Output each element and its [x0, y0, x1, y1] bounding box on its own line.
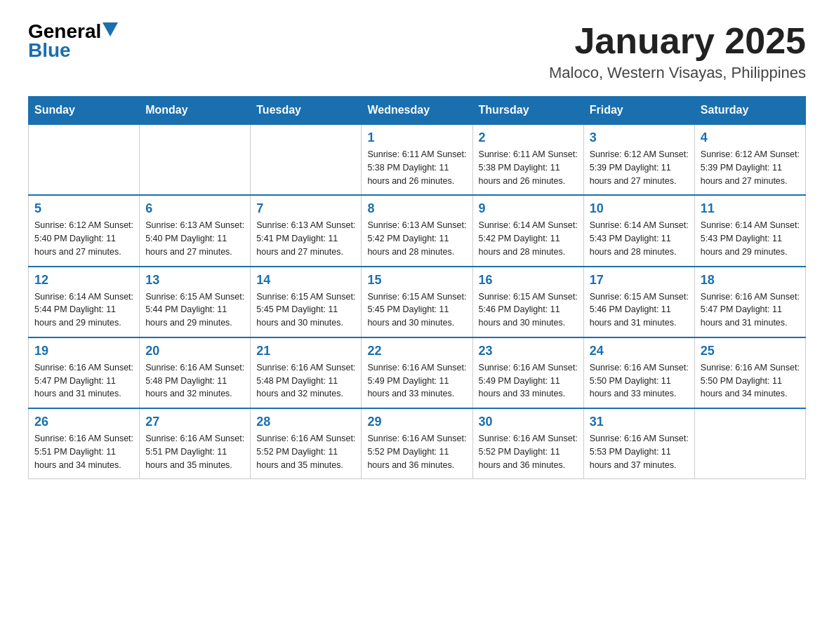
- calendar-cell: [251, 124, 362, 195]
- day-number: 22: [367, 344, 466, 358]
- calendar-cell: 5Sunrise: 6:12 AM Sunset: 5:40 PM Daylig…: [29, 195, 140, 266]
- day-info: Sunrise: 6:11 AM Sunset: 5:38 PM Dayligh…: [479, 148, 578, 187]
- day-info: Sunrise: 6:14 AM Sunset: 5:43 PM Dayligh…: [701, 219, 800, 258]
- day-info: Sunrise: 6:16 AM Sunset: 5:51 PM Dayligh…: [145, 432, 244, 471]
- svg-marker-0: [102, 22, 118, 36]
- title-area: January 2025 Maloco, Western Visayas, Ph…: [549, 21, 806, 82]
- day-number: 26: [34, 415, 133, 429]
- day-info: Sunrise: 6:16 AM Sunset: 5:48 PM Dayligh…: [256, 361, 355, 401]
- day-number: 3: [590, 130, 689, 145]
- day-number: 28: [256, 415, 355, 429]
- weekday-header-row: SundayMondayTuesdayWednesdayThursdayFrid…: [29, 97, 806, 125]
- day-number: 15: [367, 273, 466, 288]
- logo-triangle-icon: [102, 22, 118, 36]
- week-row-1: 1Sunrise: 6:11 AM Sunset: 5:38 PM Daylig…: [29, 124, 806, 195]
- day-info: Sunrise: 6:14 AM Sunset: 5:43 PM Dayligh…: [590, 219, 689, 258]
- day-number: 14: [256, 273, 355, 288]
- calendar-cell: 7Sunrise: 6:13 AM Sunset: 5:41 PM Daylig…: [251, 195, 362, 266]
- week-row-3: 12Sunrise: 6:14 AM Sunset: 5:44 PM Dayli…: [29, 267, 806, 337]
- day-number: 23: [479, 344, 578, 358]
- calendar-cell: 15Sunrise: 6:15 AM Sunset: 5:45 PM Dayli…: [362, 267, 472, 337]
- weekday-header-thursday: Thursday: [472, 97, 583, 125]
- day-number: 13: [145, 273, 244, 288]
- day-info: Sunrise: 6:13 AM Sunset: 5:41 PM Dayligh…: [256, 219, 355, 258]
- day-number: 27: [145, 415, 244, 429]
- calendar-cell: [140, 124, 251, 195]
- day-info: Sunrise: 6:16 AM Sunset: 5:49 PM Dayligh…: [367, 361, 466, 401]
- day-number: 24: [590, 344, 689, 358]
- day-info: Sunrise: 6:16 AM Sunset: 5:52 PM Dayligh…: [367, 432, 466, 471]
- day-info: Sunrise: 6:13 AM Sunset: 5:40 PM Dayligh…: [145, 219, 244, 258]
- calendar-cell: 30Sunrise: 6:16 AM Sunset: 5:52 PM Dayli…: [472, 408, 583, 479]
- day-info: Sunrise: 6:11 AM Sunset: 5:38 PM Dayligh…: [367, 148, 466, 187]
- day-number: 6: [145, 201, 244, 216]
- day-number: 12: [34, 273, 133, 288]
- day-info: Sunrise: 6:16 AM Sunset: 5:50 PM Dayligh…: [701, 361, 800, 401]
- calendar-cell: 21Sunrise: 6:16 AM Sunset: 5:48 PM Dayli…: [251, 337, 362, 408]
- calendar-cell: [29, 124, 140, 195]
- day-number: 2: [479, 130, 578, 145]
- day-info: Sunrise: 6:14 AM Sunset: 5:44 PM Dayligh…: [34, 290, 133, 330]
- weekday-header-friday: Friday: [583, 97, 694, 125]
- calendar-cell: [694, 408, 805, 479]
- calendar-subtitle: Maloco, Western Visayas, Philippines: [549, 64, 806, 82]
- day-info: Sunrise: 6:15 AM Sunset: 5:46 PM Dayligh…: [590, 290, 689, 330]
- week-row-4: 19Sunrise: 6:16 AM Sunset: 5:47 PM Dayli…: [29, 337, 806, 408]
- day-number: 8: [367, 201, 466, 216]
- calendar-cell: 8Sunrise: 6:13 AM Sunset: 5:42 PM Daylig…: [362, 195, 472, 266]
- day-number: 16: [479, 273, 578, 288]
- weekday-header-saturday: Saturday: [694, 97, 805, 125]
- calendar-cell: 25Sunrise: 6:16 AM Sunset: 5:50 PM Dayli…: [694, 337, 805, 408]
- day-number: 4: [701, 130, 800, 145]
- day-number: 9: [479, 201, 578, 216]
- day-info: Sunrise: 6:14 AM Sunset: 5:42 PM Dayligh…: [479, 219, 578, 258]
- calendar-cell: 17Sunrise: 6:15 AM Sunset: 5:46 PM Dayli…: [583, 267, 694, 337]
- day-number: 20: [145, 344, 244, 358]
- day-number: 1: [367, 130, 466, 145]
- day-number: 7: [256, 201, 355, 216]
- calendar-table: SundayMondayTuesdayWednesdayThursdayFrid…: [28, 96, 806, 479]
- calendar-cell: 2Sunrise: 6:11 AM Sunset: 5:38 PM Daylig…: [472, 124, 583, 195]
- calendar-cell: 14Sunrise: 6:15 AM Sunset: 5:45 PM Dayli…: [251, 267, 362, 337]
- calendar-cell: 18Sunrise: 6:16 AM Sunset: 5:47 PM Dayli…: [694, 267, 805, 337]
- day-number: 18: [701, 273, 800, 288]
- weekday-header-tuesday: Tuesday: [251, 97, 362, 125]
- day-info: Sunrise: 6:16 AM Sunset: 5:49 PM Dayligh…: [479, 361, 578, 401]
- calendar-cell: 6Sunrise: 6:13 AM Sunset: 5:40 PM Daylig…: [140, 195, 251, 266]
- day-info: Sunrise: 6:16 AM Sunset: 5:47 PM Dayligh…: [701, 290, 800, 330]
- calendar-cell: 4Sunrise: 6:12 AM Sunset: 5:39 PM Daylig…: [694, 124, 805, 195]
- calendar-cell: 11Sunrise: 6:14 AM Sunset: 5:43 PM Dayli…: [694, 195, 805, 266]
- weekday-header-wednesday: Wednesday: [362, 97, 472, 125]
- day-number: 11: [701, 201, 800, 216]
- day-info: Sunrise: 6:15 AM Sunset: 5:45 PM Dayligh…: [367, 290, 466, 330]
- calendar-cell: 26Sunrise: 6:16 AM Sunset: 5:51 PM Dayli…: [29, 408, 140, 479]
- day-number: 29: [367, 415, 466, 429]
- day-info: Sunrise: 6:12 AM Sunset: 5:39 PM Dayligh…: [701, 148, 800, 187]
- day-info: Sunrise: 6:16 AM Sunset: 5:48 PM Dayligh…: [145, 361, 244, 401]
- day-info: Sunrise: 6:16 AM Sunset: 5:51 PM Dayligh…: [34, 432, 133, 471]
- day-info: Sunrise: 6:16 AM Sunset: 5:52 PM Dayligh…: [256, 432, 355, 471]
- calendar-cell: 27Sunrise: 6:16 AM Sunset: 5:51 PM Dayli…: [140, 408, 251, 479]
- calendar-cell: 23Sunrise: 6:16 AM Sunset: 5:49 PM Dayli…: [472, 337, 583, 408]
- day-info: Sunrise: 6:16 AM Sunset: 5:52 PM Dayligh…: [479, 432, 578, 471]
- day-info: Sunrise: 6:12 AM Sunset: 5:40 PM Dayligh…: [34, 219, 133, 258]
- calendar-title: January 2025: [549, 21, 806, 61]
- calendar-cell: 12Sunrise: 6:14 AM Sunset: 5:44 PM Dayli…: [29, 267, 140, 337]
- weekday-header-monday: Monday: [140, 97, 251, 125]
- logo: General Blue: [28, 21, 118, 62]
- calendar-cell: 20Sunrise: 6:16 AM Sunset: 5:48 PM Dayli…: [140, 337, 251, 408]
- day-number: 5: [34, 201, 133, 216]
- day-number: 21: [256, 344, 355, 358]
- calendar-cell: 10Sunrise: 6:14 AM Sunset: 5:43 PM Dayli…: [583, 195, 694, 266]
- calendar-cell: 13Sunrise: 6:15 AM Sunset: 5:44 PM Dayli…: [140, 267, 251, 337]
- calendar-cell: 31Sunrise: 6:16 AM Sunset: 5:53 PM Dayli…: [583, 408, 694, 479]
- day-info: Sunrise: 6:16 AM Sunset: 5:50 PM Dayligh…: [590, 361, 689, 401]
- page-header: General Blue January 2025 Maloco, Wester…: [28, 21, 806, 82]
- calendar-cell: 16Sunrise: 6:15 AM Sunset: 5:46 PM Dayli…: [472, 267, 583, 337]
- day-info: Sunrise: 6:12 AM Sunset: 5:39 PM Dayligh…: [590, 148, 689, 187]
- day-number: 17: [590, 273, 689, 288]
- calendar-cell: 19Sunrise: 6:16 AM Sunset: 5:47 PM Dayli…: [29, 337, 140, 408]
- calendar-cell: 1Sunrise: 6:11 AM Sunset: 5:38 PM Daylig…: [362, 124, 472, 195]
- calendar-cell: 29Sunrise: 6:16 AM Sunset: 5:52 PM Dayli…: [362, 408, 472, 479]
- day-number: 31: [590, 415, 689, 429]
